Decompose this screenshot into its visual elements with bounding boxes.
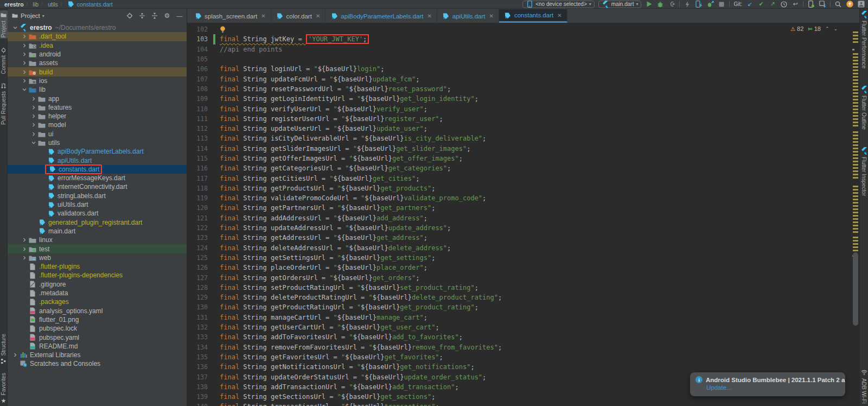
tree-folder-test[interactable]: test [8,244,187,253]
chevron-right-icon[interactable] [29,132,37,136]
chevron-right-icon[interactable] [20,79,28,83]
tree-file-.flutter-plugins[interactable]: .flutter-plugins [8,262,187,271]
sdk-manager-button[interactable] [819,1,826,8]
chevron-right-icon[interactable] [29,123,37,127]
code-line-128[interactable]: 128final String setProductRatingUrl = "$… [187,283,852,293]
tool-window-button-pull-requests[interactable]: Pull Requests [0,82,8,125]
code-line-107[interactable]: 107final String updateFcmUrl = "${baseUr… [187,74,852,84]
tree-file-Scratches and Consoles[interactable]: Scratches and Consoles [8,359,187,368]
git-push-button[interactable]: ↗ [769,1,776,8]
code-line-133[interactable]: 133final String addToFavoritesUrl = "${b… [187,332,852,342]
tree-folder-lib[interactable]: lib [8,85,187,94]
tree-file-main.dart[interactable]: main.dart [8,227,187,236]
run-button[interactable] [645,1,653,8]
warning-stripe-mark[interactable] [853,135,858,136]
warning-stripe-mark[interactable] [853,205,858,207]
tree-file-README.md[interactable]: README.md [8,342,187,351]
device-manager-button[interactable] [807,1,815,8]
tree-file-constants.dart[interactable]: constants.dart [8,165,187,174]
chevron-right-icon[interactable] [20,247,28,251]
attach-debugger-button[interactable] [695,1,703,8]
code-line-103[interactable]: 103final String jwtKey = 'YOUR_JWT_KEY'; [187,34,852,44]
warning-stripe-mark[interactable] [853,237,858,238]
tool-window-button-flutter-outline[interactable]: Flutter Outline [860,86,868,130]
warning-stripe-mark[interactable] [853,192,858,194]
tree-file-apiBodyParameterLabels.dart[interactable]: apiBodyParameterLabels.dart [8,147,187,156]
warning-stripe-mark[interactable] [853,141,858,143]
tree-folder-model[interactable]: model [8,120,187,129]
debug-button[interactable] [656,1,664,8]
breadcrumb-item[interactable]: lib [33,1,39,8]
code-line-104[interactable]: 104//api end points [187,45,852,54]
warning-stripe-mark[interactable] [853,56,858,58]
tree-folder-ui[interactable]: ui [8,130,187,138]
warning-stripe-mark[interactable] [853,189,858,191]
tool-window-button-structure[interactable]: Structure [0,334,8,365]
chevron-right-icon[interactable] [20,70,28,74]
warning-stripe-mark[interactable] [853,195,858,197]
warning-stripe-mark[interactable] [853,53,858,55]
next-problem-icon[interactable]: ⌄ [833,26,838,31]
warning-stripe-mark[interactable] [853,154,858,156]
code-line-130[interactable]: 130final String getProductRatingUrl = "$… [187,302,852,312]
profile-avatar[interactable] [857,1,865,8]
code-line-118[interactable]: 118final String getProductsUrl = "${base… [187,183,852,193]
warning-stripe-mark[interactable] [853,31,858,33]
tree-file-apiUtils.dart[interactable]: apiUtils.dart [8,156,187,164]
code-line-120[interactable]: 120final String getPartnersUrl = "${base… [187,203,852,213]
warning-stripe-mark[interactable] [853,86,858,87]
tree-folder-utils[interactable]: utils [8,138,187,147]
tool-window-button-adb-wi-fi[interactable]: ADB Wi-Fi [860,369,868,404]
code-line-129[interactable]: 129final String deleteProductRatingUrl =… [187,293,852,302]
chevron-right-icon[interactable] [20,34,28,39]
warning-stripe-mark[interactable] [853,212,858,213]
warning-stripe-mark[interactable] [853,208,858,210]
caret-stripe-mark[interactable] [852,49,854,50]
tree-file-.metadata[interactable]: .metadata [8,289,187,297]
tree-folder-assets[interactable]: assets [8,59,187,67]
warning-stripe-mark[interactable] [853,202,858,204]
code-line-116[interactable]: 116final String getCategoriesUrl = "${ba… [187,163,852,173]
chevron-right-icon[interactable] [29,97,37,101]
warning-stripe-mark[interactable] [853,60,858,61]
code-line-109[interactable]: 109final String getLoginIdentityUrl = "$… [187,94,852,104]
chevron-right-icon[interactable] [20,256,28,260]
code-line-131[interactable]: 131final String manageCartUrl = "${baseU… [187,313,852,322]
warning-stripe-mark[interactable] [853,215,858,217]
warning-stripe-mark[interactable] [853,125,858,126]
warning-stripe-mark[interactable] [853,157,858,159]
breadcrumb-item[interactable]: erestro [4,1,24,8]
warning-stripe-mark[interactable] [853,225,858,226]
warning-stripe-mark[interactable] [853,174,858,175]
chevron-right-icon[interactable] [20,61,28,65]
warning-stripe-mark[interactable] [853,41,858,43]
warning-stripe-mark[interactable] [853,164,858,166]
warning-stripe-mark[interactable] [853,240,858,242]
tree-folder-ios[interactable]: ios [8,77,187,85]
code-line-127[interactable]: 127final String getOrdersUrl = "${baseUr… [187,272,852,282]
profile-button[interactable] [668,1,675,8]
tree-file-uiUtils.dart[interactable]: uiUtils.dart [8,200,187,209]
code-line-108[interactable]: 108final String resetPasswordUrl = "${ba… [187,84,852,94]
project-view-selector[interactable]: Project ▾ [11,12,44,20]
chevron-right-icon[interactable] [29,105,37,110]
search-everywhere-button[interactable] [834,1,842,8]
code-line-134[interactable]: 134final String removeFromFavoritesUrl =… [187,342,852,352]
breadcrumb-item[interactable]: constants.dart [77,1,113,8]
warning-stripe-mark[interactable] [853,105,858,107]
tree-file-validators.dart[interactable]: validators.dart [8,209,187,218]
expand-all-icon[interactable] [138,12,146,20]
warning-stripe-mark[interactable] [853,69,858,71]
warning-stripe-mark[interactable] [853,144,858,146]
error-stripe[interactable] [852,23,859,406]
git-rollback-button[interactable]: ↩ [792,1,799,8]
code-line-135[interactable]: 135final String getFavoritesUrl = "${bas… [187,352,852,362]
tree-file-flutter_01.png[interactable]: flutter_01.png [8,315,187,324]
warning-stripe-mark[interactable] [853,38,858,40]
warning-stripe-mark[interactable] [853,112,858,113]
update-link[interactable]: Update... [706,384,840,391]
tree-file-internetConnectivity.dart[interactable]: internetConnectivity.dart [8,182,187,191]
tool-window-button-commit[interactable]: Commit [0,46,8,74]
flutter-attach-button[interactable] [706,1,714,8]
tree-folder-linux[interactable]: linux [8,236,187,244]
